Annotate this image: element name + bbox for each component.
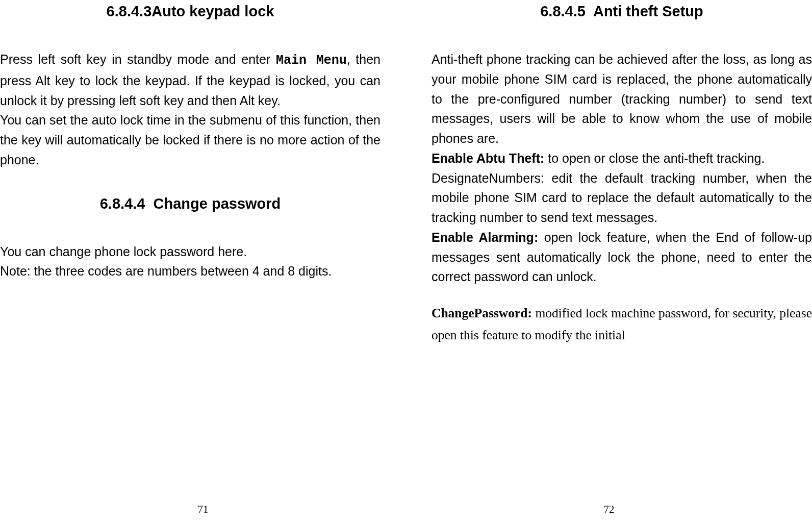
- paragraph: Enable Abtu Theft: to open or close the …: [432, 148, 812, 168]
- page-left: 6.8.4.3Auto keypad lock Press left soft …: [0, 0, 406, 522]
- section-heading-6-8-4-3: 6.8.4.3Auto keypad lock: [0, 3, 380, 20]
- mono-text: Main Menu: [276, 53, 347, 68]
- page-number-left: 71: [198, 503, 209, 516]
- bold-label: ChangePassword:: [432, 306, 532, 320]
- text-run: Press left soft key in standby mode and …: [0, 52, 276, 66]
- page-number-right: 72: [604, 503, 615, 516]
- paragraph-serif: ChangePassword: modified lock machine pa…: [432, 302, 812, 346]
- section-title: Change password: [154, 195, 281, 212]
- section-number: 6.8.4.5: [540, 3, 586, 19]
- page-right: 6.8.4.5 Anti theft Setup Anti-theft phon…: [406, 0, 812, 522]
- spacer: [0, 170, 380, 192]
- paragraph: You can change phone lock password here.: [0, 242, 380, 262]
- section-heading-6-8-4-5: 6.8.4.5 Anti theft Setup: [432, 3, 812, 20]
- section-number: 6.8.4.4: [100, 195, 145, 212]
- bold-label: Enable Abtu Theft:: [432, 151, 544, 165]
- section-title: Anti theft Setup: [593, 3, 703, 19]
- paragraph: Enable Alarming: open lock feature, when…: [432, 228, 812, 287]
- text-run: to open or close the anti-theft tracking…: [544, 151, 765, 165]
- section-heading-6-8-4-4: 6.8.4.4 Change password: [0, 195, 380, 212]
- paragraph: Press left soft key in standby mode and …: [0, 49, 380, 110]
- section-number: 6.8.4.3: [107, 3, 152, 19]
- paragraph: Anti-theft phone tracking can be achieve…: [432, 49, 812, 148]
- paragraph: Note: the three codes are numbers betwee…: [0, 261, 380, 281]
- section-title: Auto keypad lock: [151, 3, 274, 19]
- paragraph: DesignateNumbers: edit the default track…: [432, 168, 812, 228]
- bold-label: Enable Alarming:: [432, 230, 538, 244]
- paragraph: You can set the auto lock time in the su…: [0, 110, 380, 169]
